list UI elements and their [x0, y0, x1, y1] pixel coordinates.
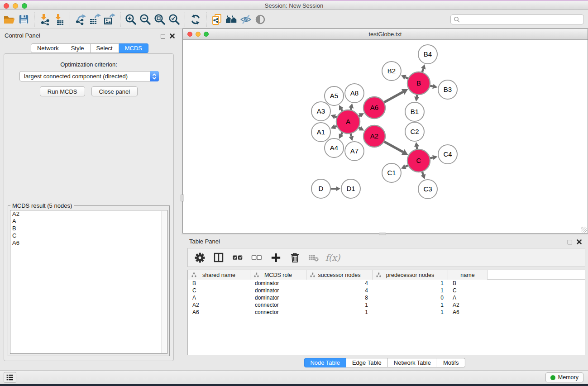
- node-table[interactable]: shared nameMCDS rolesuccessor nodesprede…: [187, 270, 585, 355]
- export-network-icon[interactable]: [74, 13, 87, 26]
- table-cell[interactable]: connector: [250, 302, 306, 308]
- table-row[interactable]: Bdominator41B: [188, 280, 585, 287]
- table-cell[interactable]: 8: [306, 295, 373, 301]
- window-resize-grip[interactable]: [581, 227, 587, 233]
- node-C1[interactable]: C1: [382, 163, 401, 182]
- node-A4[interactable]: A4: [325, 138, 344, 157]
- node-A[interactable]: A: [336, 110, 360, 133]
- deselect-all-icon[interactable]: [250, 251, 263, 264]
- table-cell[interactable]: 1: [373, 287, 448, 294]
- table-row[interactable]: A2connector11A2: [188, 301, 585, 309]
- import-network-icon[interactable]: [38, 13, 51, 26]
- tab-select[interactable]: Select: [91, 43, 119, 53]
- table-cell[interactable]: dominator: [250, 295, 306, 301]
- table-cell[interactable]: 1: [306, 309, 373, 315]
- table-cell[interactable]: A: [448, 295, 488, 301]
- node-C2[interactable]: C2: [405, 122, 424, 141]
- table-cell[interactable]: 1: [306, 302, 373, 308]
- node-A3[interactable]: A3: [311, 102, 330, 121]
- table-row[interactable]: Adominator80A: [188, 294, 585, 301]
- search-input[interactable]: [450, 14, 584, 24]
- node-A2[interactable]: A2: [363, 125, 385, 147]
- table-cell[interactable]: A6: [448, 309, 488, 315]
- node-B[interactable]: B: [407, 72, 430, 95]
- table-cell[interactable]: connector: [250, 309, 306, 315]
- table-row[interactable]: Cdominator41C: [188, 287, 585, 294]
- list-item[interactable]: A6: [10, 239, 167, 247]
- node-A1[interactable]: A1: [311, 123, 330, 142]
- table-cell[interactable]: 4: [306, 287, 373, 294]
- delete-table-icon[interactable]: [307, 251, 320, 264]
- show-all-icon[interactable]: [254, 13, 267, 26]
- network-window-titlebar[interactable]: testGlobe.txt: [183, 29, 588, 40]
- show-column-icon[interactable]: [212, 251, 225, 264]
- list-item[interactable]: B: [10, 225, 167, 232]
- tab-style[interactable]: Style: [65, 43, 91, 53]
- table-cell[interactable]: dominator: [250, 280, 306, 286]
- column-header-successor-nodes[interactable]: successor nodes: [306, 270, 373, 280]
- column-header-predecessor-nodes[interactable]: predecessor nodes: [373, 270, 448, 280]
- node-A7[interactable]: A7: [345, 142, 364, 161]
- import-table-icon[interactable]: [53, 13, 66, 26]
- table-cell[interactable]: 1: [373, 302, 448, 308]
- splitter-grip[interactable]: [181, 195, 184, 201]
- close-panel-icon[interactable]: [170, 32, 175, 40]
- tab-network[interactable]: Network: [31, 43, 65, 53]
- node-D[interactable]: D: [311, 179, 330, 198]
- table-cell[interactable]: A: [188, 295, 250, 301]
- memory-button[interactable]: Memory: [545, 372, 583, 382]
- open-file-icon[interactable]: [3, 13, 15, 26]
- table-cell[interactable]: A2: [448, 302, 488, 308]
- table-cell[interactable]: C: [188, 287, 250, 294]
- function-builder-icon[interactable]: f(x): [326, 251, 339, 264]
- task-history-button[interactable]: [4, 372, 16, 383]
- mcds-result-list[interactable]: A2ABCA6: [10, 210, 167, 354]
- add-row-icon[interactable]: [269, 251, 282, 264]
- export-image-icon[interactable]: [103, 13, 116, 26]
- criterion-dropdown[interactable]: largest connected component (directed): [19, 71, 159, 81]
- hide-selected-icon[interactable]: [239, 13, 252, 26]
- node-A8[interactable]: A8: [345, 84, 364, 103]
- run-mcds-button[interactable]: Run MCDS: [40, 86, 85, 96]
- node-A5[interactable]: A5: [325, 86, 344, 105]
- zoom-fit-icon[interactable]: [153, 13, 166, 26]
- tab-mcds[interactable]: MCDS: [119, 43, 148, 53]
- delete-rows-icon[interactable]: [288, 251, 301, 264]
- node-B2[interactable]: B2: [382, 62, 401, 81]
- node-B1[interactable]: B1: [405, 102, 424, 121]
- edge-A6-B[interactable]: [383, 92, 403, 103]
- zoom-out-icon[interactable]: [139, 13, 152, 26]
- refresh-icon[interactable]: [189, 13, 202, 26]
- select-all-icon[interactable]: [231, 251, 244, 264]
- table-cell[interactable]: A2: [188, 302, 250, 308]
- tab-network-table[interactable]: Network Table: [388, 358, 437, 367]
- tab-motifs[interactable]: Motifs: [437, 358, 465, 367]
- node-C3[interactable]: C3: [418, 180, 437, 199]
- list-item[interactable]: A2: [10, 210, 167, 218]
- list-item[interactable]: C: [10, 232, 167, 239]
- table-cell[interactable]: A6: [188, 309, 250, 315]
- node-D1[interactable]: D1: [341, 179, 360, 198]
- column-header-name[interactable]: name: [448, 270, 488, 280]
- table-cell[interactable]: B: [448, 280, 488, 286]
- column-header-shared-name[interactable]: shared name: [188, 270, 250, 280]
- network-graph[interactable]: AA1A2A3A4A5A6A7A8BB1B2B3B4CC1C2C3C4DD1: [183, 40, 588, 233]
- node-C4[interactable]: C4: [438, 145, 457, 164]
- node-B3[interactable]: B3: [438, 80, 457, 99]
- tab-node-table[interactable]: Node Table: [304, 358, 346, 367]
- save-session-icon[interactable]: [17, 13, 30, 26]
- table-row[interactable]: A6connector11A6: [188, 309, 585, 316]
- table-cell[interactable]: B: [188, 280, 250, 286]
- list-scrollbar[interactable]: [161, 211, 167, 353]
- float-panel-icon[interactable]: [161, 34, 165, 38]
- node-A6[interactable]: A6: [363, 97, 385, 119]
- close-table-panel-icon[interactable]: [577, 238, 582, 246]
- table-cell[interactable]: 4: [306, 280, 373, 286]
- table-cell[interactable]: 0: [373, 295, 448, 301]
- export-table-icon[interactable]: [89, 13, 101, 26]
- table-options-icon[interactable]: [193, 251, 206, 264]
- table-cell[interactable]: 1: [373, 280, 448, 286]
- node-B4[interactable]: B4: [418, 45, 437, 64]
- table-cell[interactable]: C: [448, 287, 488, 294]
- zoom-in-icon[interactable]: [124, 13, 137, 26]
